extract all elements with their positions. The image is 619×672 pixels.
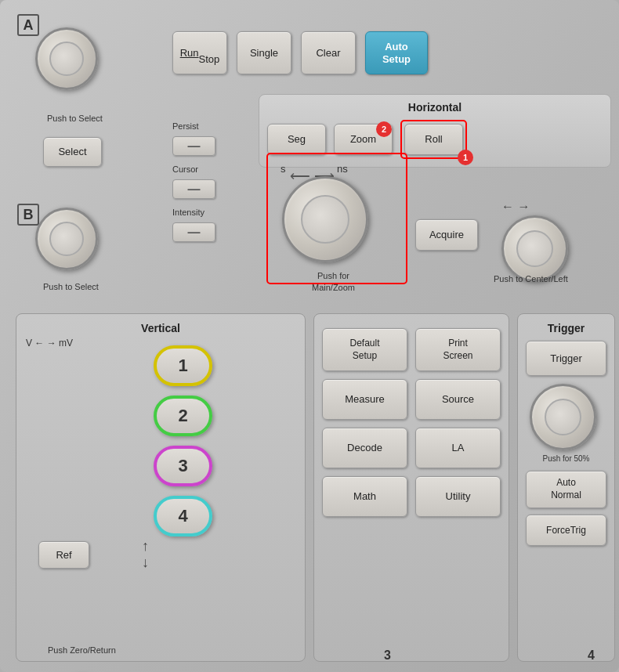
- math-button[interactable]: Math: [322, 476, 407, 517]
- ch2-button[interactable]: 2: [154, 396, 212, 436]
- measure-button[interactable]: Measure: [322, 379, 407, 420]
- horizontal-right-knob[interactable]: [501, 215, 568, 282]
- vertical-section: Vertical V ← → mV Push for Fine Ref ↑ ↓ …: [16, 313, 306, 662]
- decode-button[interactable]: Decode: [322, 428, 407, 468]
- badge-1: 1: [458, 150, 473, 165]
- push-to-select-top-label: Push to Select: [47, 114, 103, 123]
- la-button[interactable]: LA: [415, 428, 501, 468]
- acquire-button[interactable]: Acquire: [415, 219, 478, 251]
- cursor-label: Cursor: [172, 164, 215, 174]
- source-button[interactable]: Source: [415, 379, 501, 420]
- ch3-button[interactable]: 3: [154, 446, 212, 486]
- cursor-button[interactable]: —: [172, 179, 215, 199]
- force-trig-button[interactable]: ForceTrig: [526, 515, 606, 546]
- ref-button[interactable]: Ref: [38, 541, 89, 569]
- badge-2: 2: [376, 121, 392, 137]
- trigger-knob[interactable]: [530, 384, 596, 450]
- vmv-label: V ← → mV: [26, 338, 73, 349]
- ch1-button[interactable]: 1: [154, 345, 212, 386]
- intensity-label: Intensity: [172, 208, 215, 217]
- single-button[interactable]: Single: [237, 31, 291, 74]
- label-b: B: [17, 204, 39, 226]
- knob-a[interactable]: [35, 27, 98, 90]
- persist-label: Persist: [172, 121, 215, 131]
- ns-label: ns: [337, 163, 348, 175]
- bottom-label-4: 4: [588, 649, 595, 663]
- ch4-button[interactable]: 4: [154, 496, 212, 537]
- clear-button[interactable]: Clear: [301, 31, 356, 74]
- leftright-arrows: ← →: [501, 200, 530, 214]
- middle-buttons-grid: DefaultSetup PrintScreen Measure Source …: [322, 328, 501, 517]
- trigger-section: Trigger Trigger Push for 50% AutoNormal …: [517, 313, 615, 662]
- roll-button[interactable]: Roll: [404, 124, 463, 155]
- default-setup-button[interactable]: DefaultSetup: [322, 328, 407, 371]
- bottom-label-3: 3: [384, 649, 391, 663]
- trigger-button[interactable]: Trigger: [526, 341, 606, 376]
- knob-b[interactable]: [35, 208, 98, 270]
- label-a: A: [17, 14, 39, 36]
- push-center-left-label: Push to Center/Left: [494, 274, 568, 284]
- utility-button[interactable]: Utility: [415, 476, 501, 517]
- seg-button[interactable]: Seg: [267, 124, 326, 155]
- push-main-zoom-label: Push forMain/Zoom: [312, 270, 355, 294]
- intensity-button[interactable]: —: [172, 222, 215, 242]
- push-to-select-bot-label: Push to Select: [43, 282, 99, 291]
- auto-normal-button[interactable]: AutoNormal: [526, 471, 606, 508]
- auto-setup-button[interactable]: AutoSetup: [365, 31, 428, 74]
- vertical-label: Vertical: [24, 322, 297, 334]
- channel-buttons: 1 2 3 4: [154, 345, 212, 537]
- updown-arrows: ↑ ↓: [142, 538, 149, 571]
- s-label: s: [281, 163, 286, 175]
- middle-section: DefaultSetup PrintScreen Measure Source …: [313, 313, 509, 662]
- pci-area: Persist — Cursor — Intensity —: [172, 121, 215, 242]
- horizontal-label: Horizontal: [267, 101, 603, 114]
- run-stop-button[interactable]: RunStop: [172, 31, 227, 74]
- roll-container: Roll 1: [400, 120, 467, 159]
- trigger-label: Trigger: [526, 322, 606, 334]
- top-buttons-row: RunStop Single Clear AutoSetup: [172, 31, 428, 74]
- time-knob[interactable]: [282, 176, 368, 262]
- push-50-label: Push for 50%: [526, 454, 606, 463]
- select-button[interactable]: Select: [43, 137, 102, 167]
- push-zero-return-label: Push Zero/Return: [48, 645, 116, 655]
- persist-button[interactable]: —: [172, 136, 215, 156]
- print-screen-button[interactable]: PrintScreen: [415, 328, 501, 371]
